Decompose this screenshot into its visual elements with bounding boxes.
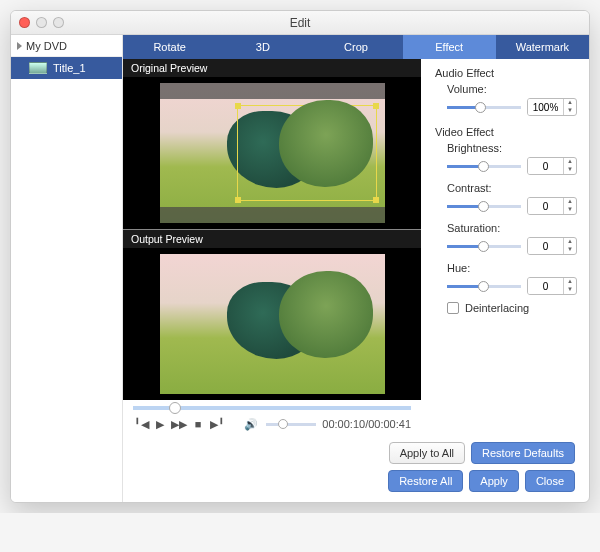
tab-3d[interactable]: 3D: [216, 35, 309, 59]
stepper-up-icon[interactable]: ▲: [564, 278, 576, 286]
output-preview-label: Output Preview: [123, 230, 421, 248]
contrast-slider[interactable]: [447, 205, 521, 208]
volume-icon[interactable]: 🔊: [243, 416, 260, 432]
apply-to-all-button[interactable]: Apply to All: [389, 442, 465, 464]
titlebar: Edit: [11, 11, 589, 35]
deinterlacing-checkbox[interactable]: [447, 302, 459, 314]
tab-watermark[interactable]: Watermark: [496, 35, 589, 59]
main-panel: Rotate 3D Crop Effect Watermark Original…: [123, 35, 589, 502]
brightness-input[interactable]: [528, 158, 563, 174]
stepper-up-icon[interactable]: ▲: [564, 238, 576, 246]
volume-input[interactable]: [528, 99, 563, 115]
stepper-up-icon[interactable]: ▲: [564, 99, 576, 107]
sidebar-item-label: Title_1: [53, 62, 86, 74]
stepper-down-icon[interactable]: ▼: [564, 286, 576, 294]
edit-window: Edit My DVD Title_1 Rotate 3D Crop Effec…: [10, 10, 590, 503]
brightness-stepper[interactable]: ▲▼: [527, 157, 577, 175]
deinterlacing-label: Deinterlacing: [465, 302, 529, 314]
crosshair-icon: +: [303, 146, 310, 160]
output-preview: [123, 248, 421, 400]
stop-button[interactable]: ■: [190, 416, 207, 432]
apply-button[interactable]: Apply: [469, 470, 519, 492]
play-button[interactable]: ▶: [152, 416, 169, 432]
restore-defaults-button[interactable]: Restore Defaults: [471, 442, 575, 464]
timeline-slider[interactable]: [133, 406, 411, 410]
stepper-down-icon[interactable]: ▼: [564, 206, 576, 214]
original-preview[interactable]: +: [123, 77, 421, 229]
playback-controls: ╹◀ ▶ ▶▶ ■ ▶╹ 🔊 00:00:10/00:00:41: [123, 412, 421, 438]
saturation-label: Saturation:: [447, 222, 509, 234]
clip-thumbnail-icon: [29, 62, 47, 74]
original-preview-label: Original Preview: [123, 59, 421, 77]
stepper-up-icon[interactable]: ▲: [564, 158, 576, 166]
saturation-stepper[interactable]: ▲▼: [527, 237, 577, 255]
window-title: Edit: [11, 16, 589, 30]
effects-panel: Audio Effect Volume: ▲▼ Video Effect Bri…: [421, 59, 589, 438]
playback-volume-slider[interactable]: [266, 423, 317, 426]
stepper-up-icon[interactable]: ▲: [564, 198, 576, 206]
fast-forward-button[interactable]: ▶▶: [171, 416, 188, 432]
project-name: My DVD: [26, 40, 67, 52]
preview-column: Original Preview + Output Preview: [123, 59, 421, 438]
hue-label: Hue:: [447, 262, 509, 274]
hue-slider[interactable]: [447, 285, 521, 288]
tab-bar: Rotate 3D Crop Effect Watermark: [123, 35, 589, 59]
restore-all-button[interactable]: Restore All: [388, 470, 463, 492]
crop-selection[interactable]: +: [237, 105, 377, 201]
volume-stepper[interactable]: ▲▼: [527, 98, 577, 116]
stepper-down-icon[interactable]: ▼: [564, 246, 576, 254]
contrast-stepper[interactable]: ▲▼: [527, 197, 577, 215]
brightness-slider[interactable]: [447, 165, 521, 168]
brightness-label: Brightness:: [447, 142, 509, 154]
stepper-down-icon[interactable]: ▼: [564, 107, 576, 115]
audio-effect-heading: Audio Effect: [435, 67, 577, 79]
prev-frame-button[interactable]: ╹◀: [133, 416, 150, 432]
volume-label: Volume:: [447, 83, 509, 95]
saturation-slider[interactable]: [447, 245, 521, 248]
timecode: 00:00:10/00:00:41: [322, 418, 411, 430]
tab-effect[interactable]: Effect: [403, 35, 496, 59]
tab-rotate[interactable]: Rotate: [123, 35, 216, 59]
disclosure-icon[interactable]: [17, 42, 22, 50]
hue-stepper[interactable]: ▲▼: [527, 277, 577, 295]
project-row[interactable]: My DVD: [11, 35, 122, 57]
hue-input[interactable]: [528, 278, 563, 294]
close-button[interactable]: Close: [525, 470, 575, 492]
sidebar: My DVD Title_1: [11, 35, 123, 502]
next-frame-button[interactable]: ▶╹: [209, 416, 226, 432]
video-effect-heading: Video Effect: [435, 126, 577, 138]
tab-crop[interactable]: Crop: [309, 35, 402, 59]
volume-slider[interactable]: [447, 106, 521, 109]
saturation-input[interactable]: [528, 238, 563, 254]
contrast-input[interactable]: [528, 198, 563, 214]
contrast-label: Contrast:: [447, 182, 509, 194]
stepper-down-icon[interactable]: ▼: [564, 166, 576, 174]
sidebar-item-title-1[interactable]: Title_1: [11, 57, 122, 79]
